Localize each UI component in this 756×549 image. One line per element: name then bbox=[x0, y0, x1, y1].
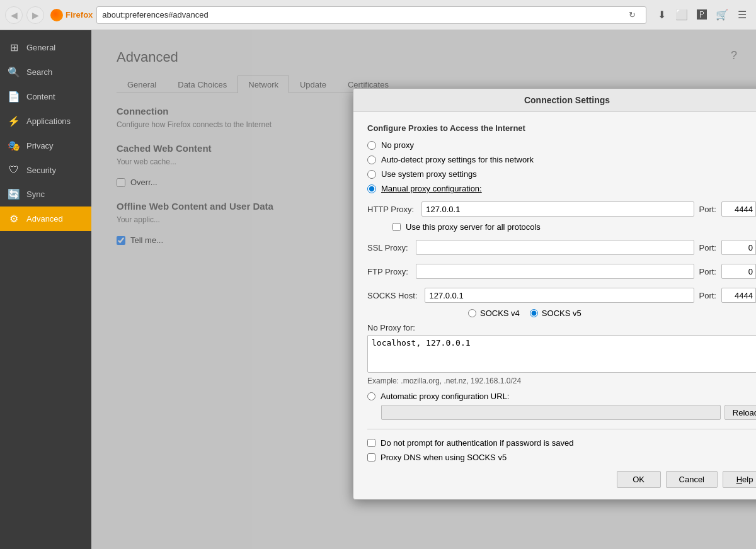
ssl-proxy-input[interactable] bbox=[416, 240, 694, 255]
sidebar-item-label: Search bbox=[26, 67, 52, 77]
pocket-icon[interactable]: 🅿 bbox=[693, 6, 711, 24]
ftp-proxy-grid: FTP Proxy: Port: ▲ ▼ bbox=[367, 263, 756, 280]
address-bar[interactable]: about:preferences#advanced ↻ bbox=[96, 6, 646, 24]
privacy-icon: 🎭 bbox=[8, 140, 20, 152]
socks-v4-radio[interactable] bbox=[468, 309, 476, 317]
http-port-input[interactable] bbox=[721, 201, 756, 217]
dialog-divider bbox=[367, 429, 756, 429]
socks-v5-option: SOCKS v5 bbox=[530, 308, 581, 318]
ok-button[interactable]: OK bbox=[617, 471, 661, 488]
ssl-proxy-label: SSL Proxy: bbox=[367, 243, 411, 252]
no-proxy-row: No proxy bbox=[367, 140, 756, 150]
sidebar-item-label: Content bbox=[26, 92, 55, 101]
dialog-body: Configure Proxies to Access the Internet… bbox=[353, 112, 756, 499]
ftp-port-container: ▲ ▼ bbox=[721, 263, 756, 280]
manual-proxy-row: Manual proxy configuration: bbox=[367, 184, 756, 193]
sidebar-item-label: Sync bbox=[26, 190, 45, 199]
ftp-proxy-input[interactable] bbox=[416, 264, 694, 279]
tabs-icon[interactable]: ⬜ bbox=[673, 6, 690, 24]
proxy-dns-row: Proxy DNS when using SOCKS v5 bbox=[367, 453, 756, 462]
sidebar-item-content[interactable]: 📄 Content bbox=[0, 84, 91, 109]
http-proxy-input[interactable] bbox=[421, 201, 694, 217]
general-icon: ⊞ bbox=[8, 42, 20, 54]
sidebar-item-general[interactable]: ⊞ General bbox=[0, 35, 91, 60]
toolbar-icons: ⬇ ⬜ 🅿 🛒 ☰ bbox=[653, 6, 751, 24]
use-for-all-row: Use this proxy server for all protocols bbox=[392, 222, 756, 232]
firefox-icon bbox=[50, 9, 63, 21]
ssl-port-container: ▲ ▼ bbox=[721, 239, 756, 256]
manual-proxy-label: Manual proxy configuration: bbox=[381, 184, 482, 193]
ftp-proxy-label: FTP Proxy: bbox=[367, 267, 411, 276]
socks-port-input[interactable] bbox=[721, 288, 756, 303]
ftp-port-label: Port: bbox=[699, 267, 716, 276]
sidebar-item-label: Advanced bbox=[26, 214, 63, 224]
manual-proxy-radio[interactable] bbox=[367, 184, 376, 193]
auto-proxy-radio[interactable] bbox=[367, 392, 375, 400]
system-proxy-label: Use system proxy settings bbox=[381, 169, 477, 179]
security-icon: 🛡 bbox=[8, 164, 20, 176]
ftp-port-input[interactable] bbox=[721, 264, 756, 279]
socks-host-input[interactable] bbox=[425, 288, 694, 303]
shopping-icon[interactable]: 🛒 bbox=[713, 6, 731, 24]
firefox-label: Firefox bbox=[66, 10, 93, 20]
sidebar-item-advanced[interactable]: ⚙ Advanced bbox=[0, 207, 91, 231]
auto-proxy-row: Automatic proxy configuration URL: bbox=[367, 392, 756, 401]
back-button[interactable]: ◀ bbox=[5, 6, 23, 24]
no-proxy-radio[interactable] bbox=[367, 141, 376, 150]
auth-checkbox[interactable] bbox=[367, 439, 375, 447]
sidebar: ⊞ General 🔍 Search 📄 Content ⚡ Applicati… bbox=[0, 30, 91, 549]
cancel-button[interactable]: Cancel bbox=[666, 471, 718, 488]
sidebar-item-security[interactable]: 🛡 Security bbox=[0, 158, 91, 182]
socks-port-container: ▲ ▼ bbox=[721, 287, 756, 303]
ssl-proxy-grid: SSL Proxy: Port: ▲ ▼ bbox=[367, 239, 756, 256]
connection-settings-dialog: Connection Settings ✕ Configure Proxies … bbox=[353, 88, 756, 500]
system-proxy-radio[interactable] bbox=[367, 170, 376, 179]
auto-detect-label: Auto-detect proxy settings for this netw… bbox=[381, 155, 534, 164]
auto-detect-row: Auto-detect proxy settings for this netw… bbox=[367, 155, 756, 164]
proxy-dns-label: Proxy DNS when using SOCKS v5 bbox=[381, 453, 507, 462]
help-button[interactable]: Help bbox=[723, 471, 756, 488]
no-proxy-for-label: No Proxy for: bbox=[367, 323, 756, 332]
sidebar-item-applications[interactable]: ⚡ Applications bbox=[0, 109, 91, 133]
socks-port-label: Port: bbox=[699, 291, 716, 300]
proxy-dns-checkbox[interactable] bbox=[367, 453, 375, 461]
auto-proxy-url-input[interactable] bbox=[381, 405, 721, 420]
content-icon: 📄 bbox=[8, 91, 20, 103]
menu-icon[interactable]: ☰ bbox=[733, 6, 751, 24]
reload-button[interactable]: ↻ bbox=[623, 6, 641, 24]
http-port-container: ▲ ▼ bbox=[721, 201, 756, 217]
auth-checkbox-row: Do not prompt for authentication if pass… bbox=[367, 438, 756, 448]
reload-button[interactable]: Reload bbox=[724, 405, 756, 420]
sidebar-item-label: Security bbox=[26, 166, 56, 175]
socks-version-row: SOCKS v4 SOCKS v5 bbox=[468, 308, 756, 318]
socks-v5-radio[interactable] bbox=[530, 309, 538, 317]
socks-v4-option: SOCKS v4 bbox=[468, 308, 520, 318]
socks-host-label: SOCKS Host: bbox=[367, 291, 420, 300]
no-proxy-for-textarea[interactable]: localhost, 127.0.0.1 bbox=[367, 335, 756, 373]
http-proxy-label: HTTP Proxy: bbox=[367, 205, 416, 214]
firefox-logo: Firefox bbox=[50, 9, 93, 21]
browser-chrome: ◀ ▶ Firefox about:preferences#advanced ↻… bbox=[0, 0, 756, 30]
sidebar-item-search[interactable]: 🔍 Search bbox=[0, 60, 91, 84]
auth-label: Do not prompt for authentication if pass… bbox=[381, 438, 573, 448]
auto-proxy-input-row: Reload bbox=[381, 405, 756, 420]
applications-icon: ⚡ bbox=[8, 115, 20, 127]
proxy-grid: HTTP Proxy: Port: ▲ ▼ bbox=[367, 201, 756, 217]
forward-button[interactable]: ▶ bbox=[26, 6, 44, 24]
use-for-all-checkbox[interactable] bbox=[392, 223, 401, 231]
socks-v4-label: SOCKS v4 bbox=[480, 308, 520, 318]
sidebar-item-sync[interactable]: 🔄 Sync bbox=[0, 182, 91, 207]
download-icon[interactable]: ⬇ bbox=[653, 6, 670, 24]
sidebar-item-label: Privacy bbox=[26, 141, 54, 150]
sidebar-item-privacy[interactable]: 🎭 Privacy bbox=[0, 133, 91, 158]
dialog-titlebar: Connection Settings ✕ bbox=[353, 89, 756, 112]
ssl-port-input[interactable] bbox=[721, 240, 756, 255]
auto-proxy-label: Automatic proxy configuration URL: bbox=[381, 392, 509, 401]
http-port-label: Port: bbox=[699, 205, 716, 214]
dialog-buttons: OK Cancel Help bbox=[367, 471, 756, 488]
auto-detect-radio[interactable] bbox=[367, 156, 376, 164]
sidebar-item-label: Applications bbox=[26, 116, 71, 126]
sidebar-item-label: General bbox=[26, 43, 55, 52]
sync-icon: 🔄 bbox=[8, 188, 20, 200]
system-proxy-row: Use system proxy settings bbox=[367, 169, 756, 179]
